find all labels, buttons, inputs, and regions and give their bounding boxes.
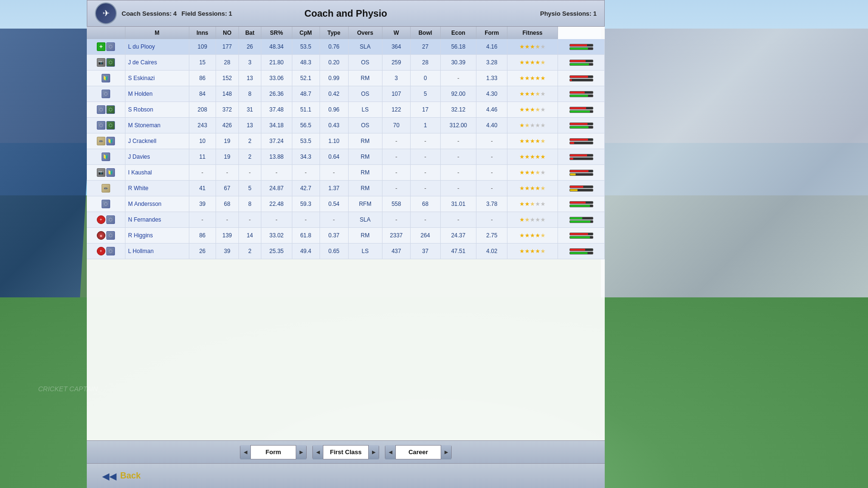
shield2-icon: 🔰 (106, 137, 115, 145)
player-name[interactable]: J Davies (125, 149, 189, 165)
stat-cell: 48.7 (292, 86, 320, 102)
col-icons (87, 27, 125, 39)
table-row[interactable]: +⬡N Fernandes------SLA----★★★★★ (87, 212, 605, 228)
stat-cell: 3 (238, 55, 261, 71)
stat-cell: 4.46 (476, 102, 507, 118)
player-name[interactable]: M Stoneman (125, 118, 189, 133)
form-cell: ★★★★★ (507, 71, 558, 86)
shield-icon: ⬡ (102, 90, 110, 98)
player-name[interactable]: N Fernandes (125, 212, 189, 228)
stat-cell: 30.39 (440, 55, 476, 71)
star-rating: ★★★★★ (519, 59, 546, 66)
stat-cell: 28 (216, 55, 238, 71)
page-title: Coach and Physio (304, 8, 387, 19)
stat-cell: 21.80 (261, 55, 292, 71)
fitness-bar (569, 126, 593, 129)
stat-cell: 3.78 (476, 196, 507, 212)
table-row[interactable]: ⬡M Andersson3968822.4859.30.54RFM5586831… (87, 196, 605, 212)
stat-cell: 5 (411, 86, 440, 102)
filter-bar: ◀ Form ▶ ◀ First Class ▶ ◀ Career ▶ (87, 440, 605, 463)
player-name[interactable]: S Robson (125, 102, 189, 118)
fitness-cell (558, 165, 605, 181)
career-filter-left-arrow[interactable]: ◀ (385, 445, 396, 459)
stat-cell: 26 (189, 244, 216, 259)
table-row[interactable]: ✏R White4167524.8742.71.37RM----★★★★★ (87, 181, 605, 196)
table-row[interactable]: ⬡⬡S Robson2083723137.4851.10.96LS1221732… (87, 102, 605, 118)
stat-cell: 24.87 (261, 181, 292, 196)
class-filter-label: First Class (323, 448, 368, 456)
shield-icon: ⬡ (106, 215, 115, 224)
table-row[interactable]: 🔰J Davies1119213.8834.30.64RM----★★★★★ (87, 149, 605, 165)
star-rating: ★★★★★ (519, 201, 546, 207)
class-filter-right-arrow[interactable]: ▶ (368, 445, 379, 459)
stat-cell: 437 (382, 244, 410, 259)
class-filter[interactable]: ◀ First Class ▶ (312, 445, 379, 459)
player-icons-cell: +⬡ (87, 244, 125, 259)
stat-cell: 13.88 (261, 149, 292, 165)
back-arrow-icon: ◀◀ (102, 470, 116, 482)
form-filter-right-arrow[interactable]: ▶ (296, 445, 306, 459)
table-header-row: M Inns NO Bat SR% CpM Type Overs W Bowl … (87, 27, 605, 39)
stat-cell: 2 (238, 244, 261, 259)
table-row[interactable]: 🔰S Eskinazi861521333.0652.10.99RM30-1.33… (87, 71, 605, 86)
stat-cell: - (238, 212, 261, 228)
star-rating: ★★★★★ (519, 185, 546, 192)
table-row[interactable]: ⬡⬡M Stoneman2434261334.1856.50.43OS70131… (87, 118, 605, 133)
fitness-bars (560, 91, 602, 97)
stat-cell: 68 (216, 196, 238, 212)
player-name[interactable]: L du Plooy (125, 39, 189, 55)
stat-cell: 42.7 (292, 181, 320, 196)
stat-cell: 31.01 (440, 196, 476, 212)
table-row[interactable]: +⬡L du Plooy1091772648.3453.50.76SLA3642… (87, 39, 605, 55)
table-row[interactable]: ●⬡R Higgins861391433.0261.80.37RM2337264… (87, 228, 605, 244)
stat-cell: RM (348, 149, 382, 165)
fitness-bar (569, 110, 593, 113)
table-row[interactable]: ✏🔰J Cracknell1019237.2453.51.10RM----★★★… (87, 133, 605, 149)
team-logo: ✈ (95, 2, 117, 24)
stat-cell: - (411, 212, 440, 228)
stat-cell: - (320, 212, 348, 228)
career-filter[interactable]: ◀ Career ▶ (385, 445, 452, 459)
table-row[interactable]: ⬡M Holden84148826.3648.70.42OS107592.004… (87, 86, 605, 102)
back-bar: ◀◀ Back (87, 463, 605, 488)
stat-cell: - (382, 149, 410, 165)
coach-sessions: Coach Sessions: 4 (122, 10, 177, 17)
career-filter-right-arrow[interactable]: ▶ (441, 445, 451, 459)
stat-cell: 558 (382, 196, 410, 212)
stat-cell: - (292, 212, 320, 228)
table-row[interactable]: 📷⬡J de Caires1528321.8048.30.20OS2592830… (87, 55, 605, 71)
player-name[interactable]: M Holden (125, 86, 189, 102)
stat-cell: - (476, 133, 507, 149)
form-filter-left-arrow[interactable]: ◀ (240, 445, 251, 459)
player-name[interactable]: R White (125, 181, 189, 196)
stat-cell: RM (348, 228, 382, 244)
class-filter-left-arrow[interactable]: ◀ (313, 445, 323, 459)
fitness-bars (560, 233, 602, 239)
fitness-bar (569, 201, 593, 204)
player-name[interactable]: J de Caires (125, 55, 189, 71)
player-name[interactable]: I Kaushal (125, 165, 189, 181)
stat-cell: 4.02 (476, 244, 507, 259)
player-name[interactable]: L Hollman (125, 244, 189, 259)
fitness-bar (569, 170, 593, 173)
player-name[interactable]: J Cracknell (125, 133, 189, 149)
main-panel: ✈ Coach Sessions: 4 Field Sessions: 1 Co… (87, 0, 605, 488)
player-name[interactable]: S Eskinazi (125, 71, 189, 86)
col-overs: Overs (348, 27, 382, 39)
shield2-icon: 🔰 (102, 74, 110, 82)
player-name[interactable]: R Higgins (125, 228, 189, 244)
player-name[interactable]: M Andersson (125, 196, 189, 212)
stat-cell: 259 (382, 55, 410, 71)
player-icons-cell: ⬡ (87, 196, 125, 212)
fitness-cell (558, 133, 605, 149)
fitness-cell (558, 118, 605, 133)
table-row[interactable]: +⬡L Hollman2639225.3549.40.65LS4373747.5… (87, 244, 605, 259)
back-button[interactable]: ◀◀ Back (96, 468, 146, 484)
stat-cell: 48.3 (292, 55, 320, 71)
fitness-cell (558, 196, 605, 212)
table-row[interactable]: 📷🔰I Kaushal------RM----★★★★★ (87, 165, 605, 181)
form-filter[interactable]: ◀ Form ▶ (240, 445, 307, 459)
player-icons-cell: ⬡⬡ (87, 118, 125, 133)
stat-cell: RM (348, 181, 382, 196)
stat-cell: 0.65 (320, 244, 348, 259)
